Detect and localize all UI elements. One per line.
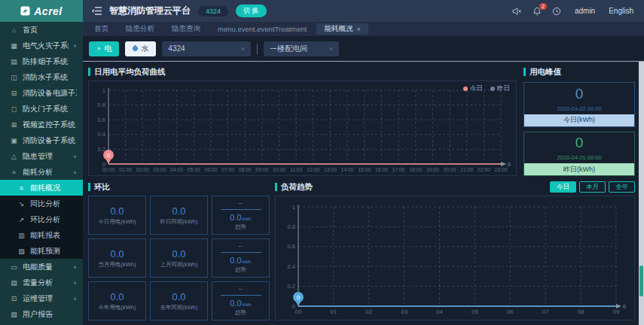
- water-drop-icon: [132, 45, 139, 53]
- bell-icon[interactable]: 2: [533, 7, 542, 16]
- sidebar-item-label: 消防设备电源子系统: [23, 88, 77, 99]
- tab-item[interactable]: 能耗概况×: [316, 23, 368, 35]
- title-accent-bar: [275, 183, 277, 191]
- brand-logo[interactable]: Acrel: [0, 0, 83, 22]
- acrel-logo-icon: [20, 6, 30, 16]
- trend-label: 趋势: [235, 266, 246, 274]
- tab-label: menu.event.eventTreatment: [218, 25, 307, 33]
- switch-button[interactable]: 切 换: [236, 5, 267, 17]
- video-icon: ⊞: [10, 121, 18, 129]
- ratio-label: 当月用电(kWh): [99, 261, 136, 269]
- trend-value: 0.0kWh: [230, 256, 251, 265]
- page-scrollbar[interactable]: [639, 62, 644, 325]
- clock-icon[interactable]: [552, 7, 561, 16]
- water-tab-button[interactable]: 水: [125, 41, 156, 56]
- user-name[interactable]: admin: [575, 7, 595, 15]
- language-toggle[interactable]: English: [609, 7, 633, 15]
- sidebar-item[interactable]: ▧用户报告: [0, 306, 83, 322]
- trend-number: 0.0: [230, 299, 241, 308]
- collapse-menu-icon[interactable]: [92, 7, 102, 15]
- ratio-card: 0.0今日用电(kWh): [88, 196, 146, 235]
- sidebar-item[interactable]: ⌂首页: [0, 22, 83, 38]
- electric-tab-button[interactable]: ⚡ 电: [89, 41, 119, 56]
- sidebar-item[interactable]: ▤需量分析∨: [0, 275, 83, 290]
- tab-item[interactable]: 隐患查询: [164, 23, 208, 35]
- ratio-value: 0.0: [172, 205, 185, 217]
- sidebar-item[interactable]: ▦电气火灾子系统∨: [0, 38, 83, 53]
- sidebar-item-label: 防排烟子系统: [23, 56, 77, 67]
- sidebar-item[interactable]: △隐患管理∨: [0, 148, 83, 164]
- svg-text:18:00: 18:00: [409, 167, 422, 172]
- legend-item[interactable]: 今日: [463, 84, 483, 93]
- trend-divider: [221, 209, 261, 210]
- range-button[interactable]: 本月: [579, 181, 606, 193]
- range-button[interactable]: 全年: [609, 181, 635, 193]
- legend-item[interactable]: 昨日: [490, 84, 510, 93]
- peak-card: 02020-04-02 00:00今日(kWh): [523, 82, 635, 127]
- tab-label: 首页: [94, 24, 108, 34]
- mute-icon[interactable]: [512, 7, 522, 16]
- peak-date: 2020-04-01 00:00: [524, 154, 634, 161]
- svg-text:03: 03: [401, 308, 407, 315]
- trend-label: 趋势: [235, 309, 246, 317]
- sidebar-item[interactable]: ▭电能质量∨: [0, 259, 83, 275]
- legend-dot: [463, 87, 468, 91]
- sidebar-subitem[interactable]: ↘同比分析: [0, 196, 83, 211]
- trend-value: 0.0kWh: [230, 299, 251, 308]
- sidebar-item[interactable]: ⊞视频监控子系统: [0, 117, 83, 132]
- brand-name: Acrel: [34, 5, 63, 17]
- sidebar-subitem-label: 能耗报表: [30, 230, 60, 241]
- load-trend-chart[interactable]: 00.20.40.60.810001020304050607080900: [275, 196, 635, 320]
- sidebar-subitem[interactable]: ≡能耗概况: [0, 180, 83, 196]
- sidebar-item[interactable]: ▤防排烟子系统: [0, 53, 83, 69]
- trend-divider: [221, 252, 261, 253]
- sidebar-item[interactable]: ▣消防设备子系统: [0, 132, 83, 148]
- demand-icon: ▤: [10, 279, 18, 287]
- legend-dot: [490, 87, 495, 91]
- sidebar-subitem[interactable]: ▥能耗报表: [0, 227, 83, 243]
- sidebar-item-label: 能耗分析: [23, 167, 69, 178]
- app-root: Acrel 智慧消防管理云平台 4324 切 换 2 admin English: [0, 0, 644, 325]
- svg-text:04: 04: [436, 308, 443, 315]
- tab-label: 隐患分析: [126, 24, 154, 34]
- svg-text:02:00: 02:00: [136, 167, 149, 172]
- forecast-icon: ▨: [17, 248, 26, 255]
- sidebar-item[interactable]: ⊡运维管理∨: [0, 290, 83, 306]
- load-trend-title: 负荷趋势: [281, 182, 313, 193]
- sidebar-item[interactable]: ◻防火门子系统: [0, 101, 83, 117]
- svg-text:19:00: 19:00: [426, 167, 439, 172]
- sidebar-subitem[interactable]: ↗环比分析: [0, 211, 83, 227]
- scrollbar-thumb[interactable]: [639, 266, 643, 296]
- sidebar-item[interactable]: ⊟消防设备电源子系统: [0, 85, 83, 101]
- tab-item[interactable]: 隐患分析: [118, 23, 162, 35]
- tab-item[interactable]: 首页: [87, 23, 116, 35]
- svg-text:00: 00: [295, 308, 302, 315]
- legend-label: 今日: [470, 84, 483, 93]
- sidebar-item-label: 需量分析: [23, 278, 69, 288]
- daily-load-chart[interactable]: 今日昨日 00.20.40.60.8100:0001:0002:0003:000…: [88, 80, 517, 176]
- svg-text:04:00: 04:00: [170, 167, 183, 172]
- svg-text:0.2: 0.2: [98, 146, 105, 153]
- sidebar-subitem[interactable]: ▨能耗预测: [0, 243, 83, 259]
- project-select[interactable]: 4324 ∨: [162, 41, 251, 56]
- svg-text:0.8: 0.8: [98, 102, 105, 108]
- room-select-value: 一楼配电间: [270, 44, 307, 54]
- svg-text:23:00: 23:00: [494, 167, 507, 172]
- tab-item[interactable]: menu.event.eventTreatment: [210, 23, 314, 35]
- svg-text:01: 01: [330, 308, 337, 315]
- trend-placeholder: --: [239, 242, 243, 250]
- sidebar-item[interactable]: ◫消防水子系统: [0, 69, 83, 85]
- trend-unit: kWh: [243, 260, 252, 264]
- ratio-label: 昨日同期(kWh): [160, 218, 198, 226]
- sidebar-nav: ⌂首页▦电气火灾子系统∨▤防排烟子系统◫消防水子系统⊟消防设备电源子系统◻防火门…: [0, 22, 83, 322]
- peak-value: 0: [524, 132, 634, 155]
- sidebar-item[interactable]: »能耗分析∧: [0, 164, 83, 180]
- close-icon[interactable]: ×: [356, 26, 360, 33]
- room-select[interactable]: 一楼配电间 ∨: [264, 41, 339, 56]
- peak-title: 用电峰值: [530, 67, 561, 77]
- chevron-down-icon: ∨: [240, 46, 245, 51]
- svg-text:0.8: 0.8: [288, 223, 295, 230]
- svg-text:08: 08: [578, 308, 584, 315]
- range-button[interactable]: 今日: [550, 181, 576, 193]
- equipment-power-icon: ⊟: [10, 90, 18, 97]
